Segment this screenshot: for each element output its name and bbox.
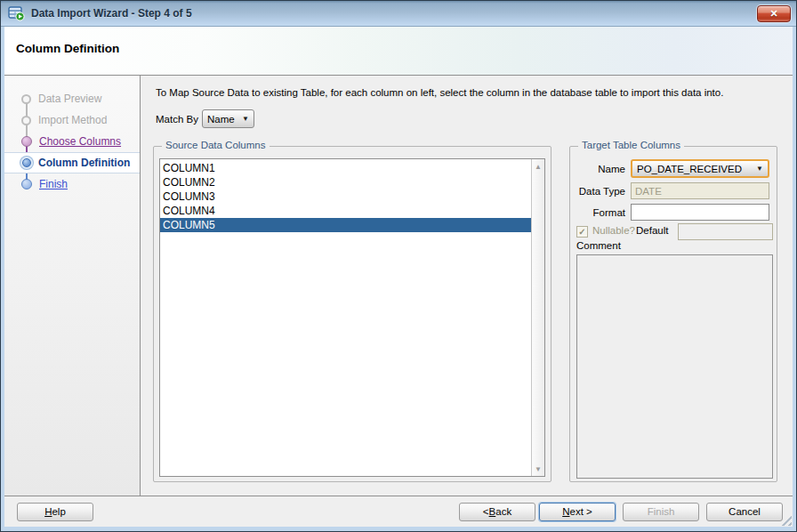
data-import-wizard-dialog: Data Import Wizard - Step 4 of 5 ✕ Colum… [0, 0, 797, 532]
chevron-down-icon: ▼ [237, 115, 249, 123]
scroll-up-icon[interactable]: ▲ [532, 160, 544, 173]
list-item[interactable]: COLUMN3 [160, 189, 531, 204]
default-field [678, 223, 773, 240]
vertical-scrollbar[interactable]: ▲ ▼ [531, 159, 544, 476]
sidebar-step-choose-columns[interactable]: Choose Columns [4, 131, 140, 152]
match-by-dropdown[interactable]: Name ▼ [202, 109, 254, 128]
list-item[interactable]: COLUMN1 [160, 161, 531, 175]
dialog-body: Column Definition Data Preview Import Me… [1, 27, 796, 531]
step-label: Column Definition [38, 157, 130, 169]
button-bar: Help < Back Next > Finish Cancel [4, 496, 793, 527]
header-band: Column Definition [4, 27, 793, 75]
close-button[interactable]: ✕ [757, 5, 791, 22]
nullable-checkbox: ✓ [576, 226, 588, 238]
source-columns-list: COLUMN1 COLUMN2 COLUMN3 COLUMN4 COLUMN5 [160, 159, 531, 476]
close-icon: ✕ [769, 8, 777, 20]
target-column-name-dropdown[interactable]: PO_DATE_RECEIVED ▼ [631, 159, 769, 178]
list-item[interactable]: COLUMN2 [160, 175, 531, 189]
target-table-columns-group: Target Table Columns Name PO_DATE_RECEIV… [569, 146, 777, 482]
data-type-field [631, 182, 769, 199]
format-input[interactable] [631, 204, 769, 221]
page-title: Column Definition [4, 27, 793, 55]
step-label[interactable]: Finish [39, 178, 68, 190]
sidebar-step-finish[interactable]: Finish [4, 173, 140, 195]
list-item[interactable]: COLUMN5 [160, 218, 531, 232]
data-type-label: Data Type [570, 186, 631, 197]
cancel-button[interactable]: Cancel [706, 503, 783, 521]
main-panel: To Map Source Data to existing Table, fo… [141, 76, 793, 496]
source-columns-listbox[interactable]: COLUMN1 COLUMN2 COLUMN3 COLUMN4 COLUMN5 … [159, 158, 545, 477]
step-dot-icon [22, 158, 31, 167]
format-label: Format [570, 207, 631, 218]
step-dot-icon [21, 136, 32, 147]
finish-button: Finish [623, 503, 699, 521]
target-group-title: Target Table Columns [578, 140, 684, 150]
wizard-steps-sidebar: Data Preview Import Method Choose Column… [4, 76, 141, 496]
source-group-title: Source Data Columns [162, 140, 270, 150]
match-by-value: Name [207, 114, 235, 125]
wizard-table-icon [8, 6, 25, 21]
name-label: Name [570, 164, 631, 174]
target-column-name-value: PO_DATE_RECEIVED [637, 164, 742, 174]
chevron-down-icon: ▼ [751, 165, 763, 173]
sidebar-step-data-preview: Data Preview [4, 88, 140, 109]
scroll-down-icon[interactable]: ▼ [532, 463, 544, 475]
step-label: Import Method [38, 114, 107, 126]
comment-label: Comment [576, 240, 621, 251]
next-button[interactable]: Next > [539, 503, 616, 521]
instruction-text: To Map Source Data to existing Table, fo… [156, 87, 723, 98]
help-button[interactable]: Help [17, 503, 93, 521]
window-title: Data Import Wizard - Step 4 of 5 [31, 7, 757, 20]
match-by-label: Match By [156, 114, 198, 125]
default-label: Default [636, 225, 668, 236]
title-bar[interactable]: Data Import Wizard - Step 4 of 5 ✕ [1, 1, 796, 27]
sidebar-step-column-definition: Column Definition [4, 152, 140, 173]
sidebar-step-import-method: Import Method [4, 109, 140, 131]
step-dot-icon [21, 116, 31, 125]
step-dot-icon [21, 94, 31, 104]
content-area: Data Preview Import Method Choose Column… [4, 75, 793, 496]
check-icon: ✓ [578, 227, 585, 237]
source-data-columns-group: Source Data Columns COLUMN1 COLUMN2 COLU… [153, 146, 551, 482]
step-dot-icon [21, 179, 32, 189]
comment-box [576, 254, 773, 479]
back-button[interactable]: < Back [459, 503, 535, 521]
nullable-label: Nullable? [592, 225, 635, 236]
list-item[interactable]: COLUMN4 [160, 204, 531, 218]
step-label: Data Preview [38, 93, 101, 105]
step-label[interactable]: Choose Columns [39, 135, 121, 148]
